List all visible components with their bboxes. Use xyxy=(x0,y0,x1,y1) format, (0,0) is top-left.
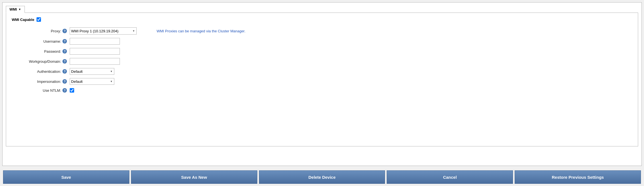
authentication-control: Default xyxy=(70,68,154,75)
wmi-capable-checkbox[interactable] xyxy=(37,17,41,22)
authentication-label: Authentication: ? xyxy=(12,69,67,74)
cluster-manager-link[interactable]: WMI Proxies can be managed via the Clust… xyxy=(157,29,246,33)
workgroup-input[interactable] xyxy=(70,58,120,65)
save-button[interactable]: Save xyxy=(3,170,129,184)
proxy-info: WMI Proxies can be managed via the Clust… xyxy=(157,29,263,33)
impersonation-select[interactable]: Default xyxy=(70,78,114,85)
tab-dropdown-icon: ▼ xyxy=(18,8,21,11)
impersonation-label: Impersonation: ? xyxy=(12,79,67,84)
proxy-select-wrapper: WMI Proxy 1 (10.129.19.204) xyxy=(70,27,137,35)
authentication-help-icon[interactable]: ? xyxy=(62,69,67,74)
password-label-text: Password: xyxy=(44,49,61,54)
proxy-control: WMI Proxy 1 (10.129.19.204) xyxy=(70,27,154,35)
proxy-label-text: Proxy: xyxy=(51,29,61,33)
workgroup-label: Workgroup/Domain: ? xyxy=(12,59,67,64)
impersonation-label-text: Impersonation: xyxy=(37,79,61,84)
ntlm-help-icon[interactable]: ? xyxy=(62,88,67,93)
workgroup-control xyxy=(70,58,154,65)
authentication-select[interactable]: Default xyxy=(70,68,114,75)
form-grid: Proxy: ? WMI Proxy 1 (10.129.19.204) WMI… xyxy=(12,27,263,93)
username-help-icon[interactable]: ? xyxy=(62,39,67,44)
authentication-select-wrapper: Default xyxy=(70,68,114,75)
password-control xyxy=(70,48,154,55)
wmi-capable-label: WMI Capable xyxy=(12,18,34,22)
proxy-label: Proxy: ? xyxy=(12,29,67,33)
username-control xyxy=(70,38,154,45)
ntlm-checkbox[interactable] xyxy=(70,88,74,93)
password-help-icon[interactable]: ? xyxy=(62,49,67,54)
ntlm-label: Use NTLM: ? xyxy=(12,88,67,93)
delete-device-button[interactable]: Delete Device xyxy=(259,170,385,184)
tab-header: WMI ▼ xyxy=(6,6,638,13)
section-title: WMI Capable xyxy=(12,17,632,22)
tab-label: WMI xyxy=(9,7,17,11)
password-input[interactable] xyxy=(70,48,120,55)
workgroup-help-icon[interactable]: ? xyxy=(62,59,67,64)
impersonation-select-wrapper: Default xyxy=(70,78,114,85)
main-content: WMI ▼ WMI Capable Proxy: ? WMI Proxy 1 (… xyxy=(2,2,642,166)
proxy-help-icon[interactable]: ? xyxy=(62,29,67,33)
authentication-label-text: Authentication: xyxy=(37,69,61,74)
proxy-select[interactable]: WMI Proxy 1 (10.129.19.204) xyxy=(70,27,137,35)
save-as-new-button[interactable]: Save As New xyxy=(131,170,257,184)
cancel-button[interactable]: Cancel xyxy=(387,170,513,184)
username-label-text: Username: xyxy=(43,39,61,44)
restore-previous-button[interactable]: Restore Previous Settings xyxy=(515,170,641,184)
ntlm-label-text: Use NTLM: xyxy=(43,88,61,93)
impersonation-control: Default xyxy=(70,78,154,85)
content-panel: WMI Capable Proxy: ? WMI Proxy 1 (10.129… xyxy=(6,13,638,146)
username-label: Username: ? xyxy=(12,39,67,44)
ntlm-control xyxy=(70,88,154,93)
footer-bar: Save Save As New Delete Device Cancel Re… xyxy=(0,168,644,186)
workgroup-label-text: Workgroup/Domain: xyxy=(29,59,61,64)
username-input[interactable] xyxy=(70,38,120,45)
impersonation-help-icon[interactable]: ? xyxy=(62,79,67,84)
password-label: Password: ? xyxy=(12,49,67,54)
wmi-tab[interactable]: WMI ▼ xyxy=(6,6,25,13)
